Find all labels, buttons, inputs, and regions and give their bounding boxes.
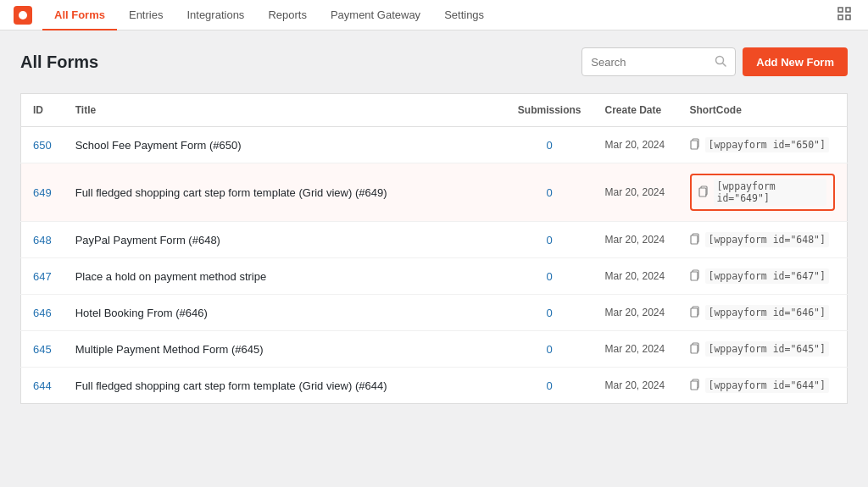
submissions-link[interactable]: 0 xyxy=(518,307,581,319)
create-date: Mar 20, 2024 xyxy=(593,331,678,368)
submissions-link[interactable]: 0 xyxy=(518,186,581,199)
create-date: Mar 20, 2024 xyxy=(593,163,678,222)
form-title: Place a hold on payment method stripe xyxy=(64,258,506,295)
nav-item-entries[interactable]: Entries xyxy=(117,0,175,30)
search-box xyxy=(581,47,736,76)
nav-item-all-forms[interactable]: All Forms xyxy=(42,0,117,30)
svg-rect-0 xyxy=(838,8,843,12)
create-date: Mar 20, 2024 xyxy=(593,222,678,258)
shortcode-cell: [wppayform id="646"] xyxy=(678,295,848,331)
svg-rect-3 xyxy=(846,15,850,19)
svg-rect-12 xyxy=(691,381,698,390)
shortcode-cell: [wppayform id="647"] xyxy=(678,258,848,295)
col-header-title: Title xyxy=(64,94,506,127)
nav-item-settings[interactable]: Settings xyxy=(432,0,496,30)
shortcode-text: [wppayform id="648"] xyxy=(705,232,829,247)
search-icon xyxy=(715,55,726,69)
form-title: PayPal Payment Form (#648) xyxy=(64,222,506,258)
shortcode-copy-icon xyxy=(690,269,700,284)
shortcode-container: [wppayform id="650"] xyxy=(690,137,836,152)
shortcode-cell: [wppayform id="649"] xyxy=(678,163,848,222)
shortcode-text: [wppayform id="650"] xyxy=(705,137,829,152)
submissions-link[interactable]: 0 xyxy=(518,270,581,283)
shortcode-text: [wppayform id="649"] xyxy=(714,179,827,206)
table-row: 649Full fledged shopping cart step form … xyxy=(21,163,848,222)
top-navigation: All Forms Entries Integrations Reports P… xyxy=(0,0,868,30)
shortcode-cell: [wppayform id="648"] xyxy=(678,222,848,258)
table-row: 646Hotel Booking From (#646)0Mar 20, 202… xyxy=(21,295,848,331)
shortcode-text: [wppayform id="646"] xyxy=(705,305,829,320)
table-header: ID Title Submissions Create Date ShortCo… xyxy=(21,94,848,127)
page-title: All Forms xyxy=(20,53,98,72)
shortcode-copy-icon xyxy=(690,379,700,393)
svg-rect-10 xyxy=(691,308,698,317)
shortcode-container: [wppayform id="646"] xyxy=(690,305,836,320)
search-input[interactable] xyxy=(591,56,709,69)
header-actions: Add New Form xyxy=(581,47,848,76)
col-header-create-date: Create Date xyxy=(593,94,678,127)
svg-rect-6 xyxy=(691,141,698,149)
shortcode-container: [wppayform id="647"] xyxy=(690,268,836,284)
svg-rect-8 xyxy=(691,235,698,244)
form-id-link[interactable]: 649 xyxy=(33,186,52,199)
col-header-id: ID xyxy=(21,94,64,127)
nav-item-integrations[interactable]: Integrations xyxy=(175,0,256,30)
shortcode-text: [wppayform id="647"] xyxy=(705,268,829,284)
form-id-link[interactable]: 650 xyxy=(33,139,52,152)
shortcode-copy-icon xyxy=(690,138,700,152)
nav-item-payment-gateway[interactable]: Payment Gateway xyxy=(319,0,432,30)
form-title: Full fledged shopping cart step form tem… xyxy=(64,163,506,222)
create-date: Mar 20, 2024 xyxy=(593,295,678,331)
shortcode-copy-icon xyxy=(690,342,700,357)
table-row: 644Full fledged shopping cart step form … xyxy=(21,368,848,404)
app-logo xyxy=(14,6,32,25)
page-header: All Forms Add New Form xyxy=(20,47,848,76)
shortcode-cell: [wppayform id="650"] xyxy=(678,127,848,163)
svg-rect-9 xyxy=(691,272,698,280)
svg-rect-2 xyxy=(838,15,843,19)
form-id-link[interactable]: 645 xyxy=(33,343,52,356)
form-title: Multiple Payment Method Form (#645) xyxy=(64,331,506,368)
nav-menu: All Forms Entries Integrations Reports P… xyxy=(42,0,834,30)
shortcode-copy-icon xyxy=(690,233,700,247)
table-row: 647Place a hold on payment method stripe… xyxy=(21,258,848,295)
logo-icon xyxy=(19,11,27,19)
main-content: All Forms Add New Form ID Title Submis xyxy=(0,30,868,487)
svg-rect-7 xyxy=(699,188,706,196)
form-id-link[interactable]: 648 xyxy=(33,234,52,246)
svg-rect-1 xyxy=(846,8,850,12)
shortcode-container: [wppayform id="644"] xyxy=(690,378,836,393)
create-date: Mar 20, 2024 xyxy=(593,127,678,163)
form-id-link[interactable]: 646 xyxy=(33,307,52,319)
svg-rect-11 xyxy=(691,345,698,353)
shortcode-cell: [wppayform id="645"] xyxy=(678,331,848,368)
submissions-link[interactable]: 0 xyxy=(518,343,581,356)
form-title: Full fledged shopping cart step form tem… xyxy=(64,368,506,404)
form-id-link[interactable]: 647 xyxy=(33,270,52,283)
shortcode-container: [wppayform id="648"] xyxy=(690,232,836,247)
shortcode-text: [wppayform id="644"] xyxy=(705,378,829,393)
shortcode-copy-icon xyxy=(698,185,709,200)
submissions-link[interactable]: 0 xyxy=(518,234,581,246)
nav-item-reports[interactable]: Reports xyxy=(256,0,319,30)
shortcode-copy-icon xyxy=(690,306,700,320)
create-date: Mar 20, 2024 xyxy=(593,368,678,404)
add-new-form-button[interactable]: Add New Form xyxy=(743,47,848,76)
svg-line-5 xyxy=(723,63,726,66)
create-date: Mar 20, 2024 xyxy=(593,258,678,295)
submissions-link[interactable]: 0 xyxy=(518,139,581,152)
shortcode-container: [wppayform id="645"] xyxy=(690,341,836,357)
shortcode-cell: [wppayform id="644"] xyxy=(678,368,848,404)
table-row: 648PayPal Payment Form (#648)0Mar 20, 20… xyxy=(21,222,848,258)
col-header-shortcode: ShortCode xyxy=(678,94,848,127)
forms-table: ID Title Submissions Create Date ShortCo… xyxy=(20,93,848,404)
table-row: 645Multiple Payment Method Form (#645)0M… xyxy=(21,331,848,368)
highlighted-shortcode-container[interactable]: [wppayform id="649"] xyxy=(690,174,836,211)
table-body: 650School Fee Payment Form (#650)0Mar 20… xyxy=(21,127,848,404)
submissions-link[interactable]: 0 xyxy=(518,379,581,392)
form-title: Hotel Booking From (#646) xyxy=(64,295,506,331)
form-id-link[interactable]: 644 xyxy=(33,379,52,392)
form-title: School Fee Payment Form (#650) xyxy=(64,127,506,163)
col-header-submissions: Submissions xyxy=(506,94,593,127)
expand-icon[interactable] xyxy=(834,3,854,26)
